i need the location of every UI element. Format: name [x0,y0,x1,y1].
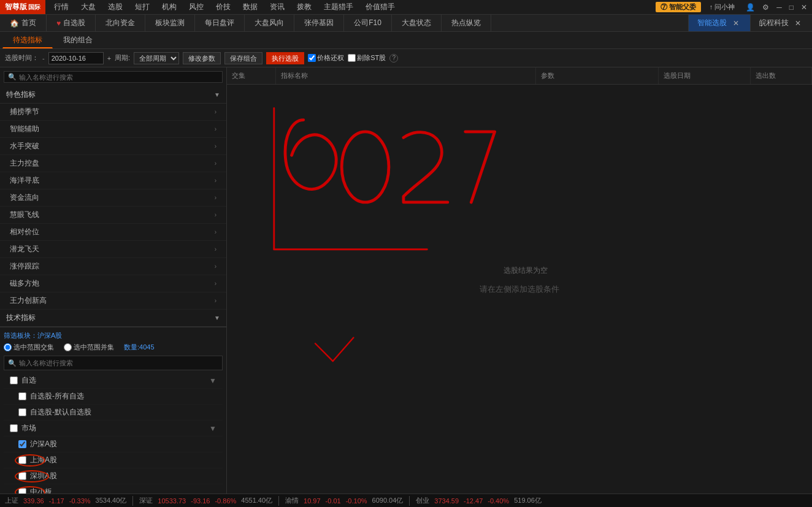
th-jiaoji: 交集 [227,67,276,84]
titlebar-nav-duanda[interactable]: 短打 [129,0,156,14]
titlebar-nav-xingqing[interactable]: 行情 [48,0,75,14]
topnav-home[interactable]: 🏠首页 [0,15,47,31]
toolbar-dash: - [42,55,45,62]
sub-item-ciduofangpao[interactable]: 磁多方炮 › [0,275,226,292]
toolbar-modify-btn[interactable]: 修改参数 [183,52,221,64]
titlebar-nav-shuju[interactable]: 数据 [237,0,264,14]
titlebar-nav-bojiao[interactable]: 拨教 [291,0,318,14]
toolbar-date-input[interactable] [48,52,104,64]
sub-item-shoutupoke[interactable]: 水手突破 › [0,138,226,155]
left-search-input[interactable] [19,74,218,81]
filter-market-shenzhen-a[interactable]: 深圳A股 [4,468,223,484]
ask-button[interactable]: ↑ 问小神 [703,1,741,13]
filter-search-bar: 🔍 [4,356,223,370]
status-cyb-value: 3734.59 [434,497,459,505]
th-count: 选出数 [751,67,812,84]
sub-item-xiangduijiawei[interactable]: 相对价位 › [0,224,226,241]
radio-intersection[interactable]: 选中范围交集 [4,343,54,352]
filter-market-shanghai-a[interactable]: 上海A股 [4,452,223,468]
sub-item-zhangtingzongzong[interactable]: 涨停跟踪 › [0,258,226,275]
status-huqing-label: 渝情 [285,496,299,505]
expand-arrow: ▼ [214,314,220,321]
tab-close-smart-select[interactable]: ✕ [730,19,741,28]
sub-item-zhulipankong[interactable]: 主力控盘 › [0,155,226,172]
topnav-company-f10[interactable]: 公司F10 [344,15,392,31]
expand-arrow: › [215,143,216,150]
status-shzs-pct: -0.33% [69,497,91,505]
expand-arrow: ▼ [209,376,216,385]
filter-market-header[interactable]: 市场 ▼ [4,421,223,436]
filter-title: 筛选板块：沪深A股 [4,331,223,340]
settings-icon[interactable]: ⚙ [760,3,772,12]
topnav-hotspot[interactable]: 热点纵览 [442,15,491,31]
status-szzs-change: -93.16 [191,497,210,505]
expand-arrow: › [215,297,216,304]
sub-item-haiyangxundi[interactable]: 海洋寻底 › [0,172,226,189]
toolbar-execute-btn[interactable]: 执行选股 [266,52,304,64]
topnav-market-status[interactable]: 大盘状态 [392,15,442,31]
titlebar-nav-dapan[interactable]: 大盘 [75,0,102,14]
sub-item-zhinengfuzhu[interactable]: 智能辅助 › [0,121,226,138]
titlebar-nav-jiaji[interactable]: 价技 [210,0,237,14]
expand-arrow: › [215,109,216,115]
status-cyb-vol: 519.06亿 [514,496,542,505]
ai-assist-button[interactable]: ⑦ 智能父委 [656,2,701,12]
sub-item-huiyanfeixian[interactable]: 慧眼飞线 › [0,207,226,224]
toolbar-exclude-st-check[interactable]: 剔除ST股 [348,53,386,63]
topnav-daily-review[interactable]: 每日盘评 [195,15,245,31]
topnav-northward[interactable]: 北向资金 [96,15,145,31]
minimize-button[interactable]: ─ [774,3,784,12]
toolbar-save-btn[interactable]: 保存组合 [224,52,262,64]
titlebar-nav-xuangu[interactable]: 选股 [102,0,129,14]
topnav-market-trend[interactable]: 大盘风向 [245,15,294,31]
titlebar-nav-jigou[interactable]: 机构 [156,0,183,14]
expand-arrow: ▼ [209,424,216,433]
close-button[interactable]: ✕ [799,3,810,12]
filter-market-hushen-a[interactable]: 沪深A股 [4,436,223,452]
status-shzs-label: 上证 [5,496,18,505]
topnav-watchlist[interactable]: ♥自选股 [47,15,96,31]
sub-item-zijinliuxiang[interactable]: 资金流向 › [0,189,226,207]
toolbar-period-select[interactable]: 全部周期 日线 周线 月线 [134,52,179,64]
titlebar: 智尊版 国际 行情 大盘 选股 短打 机构 风控 价技 数据 资讯 拨教 主题猎… [0,0,812,15]
status-divider-1 [132,496,133,506]
sub-item-qianlongfeitian[interactable]: 潜龙飞天 › [0,241,226,258]
filter-market-zhongxiao[interactable]: 中小板 [4,484,223,494]
status-shzs-vol: 3534.40亿 [96,496,127,505]
sub-item-bulaojijie[interactable]: 捕捞季节 › [0,104,226,121]
top-navigation: 🏠首页 ♥自选股 北向资金 板块监测 每日盘评 大盘风向 张停基因 公司F10 … [0,15,812,32]
status-huqing-pct: -0.10% [346,497,367,505]
filter-search-icon: 🔍 [8,359,17,367]
titlebar-nav-zixun[interactable]: 资讯 [264,0,291,14]
home-icon: 🏠 [10,19,19,28]
result-table-header: 交集 指标名称 参数 选股日期 选出数 [227,67,812,85]
tab-my-portfolio[interactable]: 我的组合 [53,32,103,48]
filter-search-input[interactable] [19,359,218,367]
expand-arrow: › [215,160,216,167]
maximize-button[interactable]: □ [787,3,796,12]
status-divider-2 [278,496,279,506]
status-divider-3 [409,496,410,506]
tab-stock-code[interactable]: 皖程科技 ✕ [750,15,812,31]
titlebar-nav-jiazhi[interactable]: 价值猎手 [359,0,401,14]
topnav-limit-gene[interactable]: 张停基因 [294,15,344,31]
titlebar-nav-fengkong[interactable]: 风控 [183,0,210,14]
category-special-indicators[interactable]: 特色指标 ▼ [0,86,226,104]
tab-close-stock[interactable]: ✕ [792,19,803,28]
sub-item-wanglichuangxingao[interactable]: 王力创新高 › [0,292,226,310]
filter-zixuan-header[interactable]: 自选 ▼ [4,373,223,389]
tab-smart-select[interactable]: 智能选股 ✕ [688,15,750,31]
expand-arrow: › [215,263,216,270]
help-icon[interactable]: ? [389,54,398,63]
toolbar-price-adjust-check[interactable]: 价格还权 [308,53,344,63]
titlebar-nav-zhuti[interactable]: 主题猎手 [318,0,359,14]
status-cyb-pct: -0.40% [488,497,509,505]
tab-waiting-indicators[interactable]: 待选指标 [2,32,53,48]
user-icon[interactable]: 👤 [743,3,757,12]
app-logo: 智尊版 国际 [0,0,45,14]
filter-zixuan-all[interactable]: 自选股-所有自选 [4,389,223,405]
filter-zixuan-default[interactable]: 自选股-默认自选股 [4,405,223,421]
radio-union[interactable]: 选中范围并集 [64,343,114,352]
category-tech-indicators[interactable]: 技术指标 ▼ [0,310,226,327]
topnav-sector[interactable]: 板块监测 [145,15,195,31]
